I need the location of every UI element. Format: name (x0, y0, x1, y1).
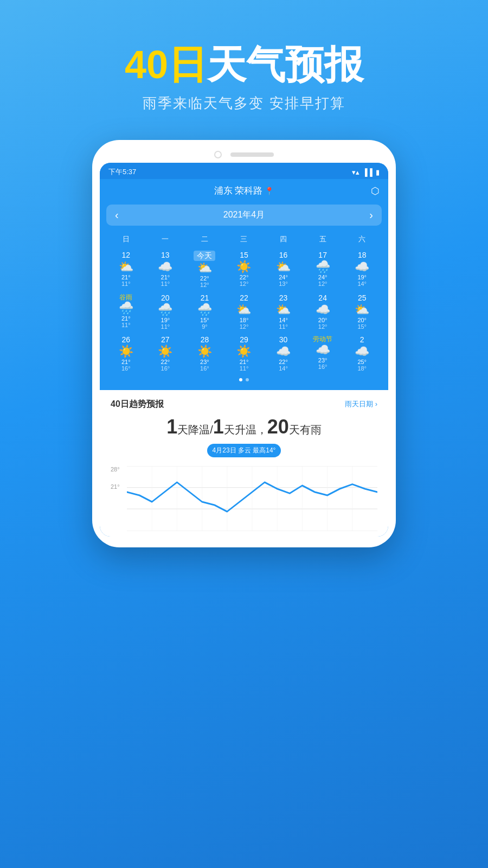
stat-2: 1 (213, 416, 224, 438)
chart-labels: 28° 21° (111, 466, 120, 490)
hero-title-white: 天气预报 (207, 43, 363, 86)
stat-3: 20 (267, 416, 289, 438)
weather-icon: ⛅ (119, 261, 133, 273)
stat-label-3: 天有雨 (289, 424, 322, 436)
cal-day-24[interactable]: 24 ☁️ 20° 12° (303, 291, 343, 332)
cal-day-28[interactable]: 28 ☀️ 23° 16° (185, 333, 224, 374)
day-number: 17 (318, 251, 327, 260)
status-icons: ▾▴ ▐▐ ▮ (352, 168, 380, 176)
cal-day-16[interactable]: 16 ⛅ 24° 13° (264, 248, 303, 290)
weekday-wed: 三 (224, 232, 264, 246)
weekday-row: 日 一 二 三 四 五 六 (106, 232, 382, 246)
weather-icon: ☀️ (119, 346, 133, 358)
cal-row-3: 26 ☀️ 21° 16° 27 ☀️ 22° 16° 28 ☀️ 23 (106, 333, 382, 374)
weekday-mon: 一 (146, 232, 185, 246)
weather-icon: ⛅ (276, 304, 291, 316)
day-number: 劳动节 (313, 335, 332, 343)
day-number: 2 (360, 335, 364, 344)
day-number: 20 (161, 293, 170, 303)
stat-label-1: 天降温/ (177, 424, 213, 436)
cal-day-today[interactable]: 今天 ⛅ 22° 12° (185, 248, 224, 290)
day-number: 26 (121, 335, 130, 344)
cal-day-12[interactable]: 12 ⛅ 21° 11° (106, 248, 146, 290)
chart-label-low: 21° (111, 483, 120, 490)
day-number: 28 (201, 335, 209, 344)
day-number: 27 (161, 335, 170, 344)
cal-day-2[interactable]: 2 ☁️ 25° 18° (342, 333, 382, 374)
battery-icon: ▮ (376, 168, 380, 176)
day-number: 16 (279, 251, 288, 260)
weather-icon: ☁️ (355, 346, 369, 358)
day-number: 30 (279, 335, 288, 344)
cal-day-23[interactable]: 23 ⛅ 14° 11° (264, 291, 303, 332)
cal-day-25[interactable]: 25 ⛅ 20° 15° (342, 291, 382, 332)
prev-month-button[interactable]: ‹ (115, 209, 119, 221)
next-month-button[interactable]: › (369, 209, 373, 221)
cal-day-17[interactable]: 17 🌧️ 24° 12° (303, 248, 343, 290)
weather-icon: 🌧️ (316, 261, 330, 273)
cal-day-guyu[interactable]: 谷雨 🌧️ 21° 11° (106, 291, 146, 332)
cal-day-26[interactable]: 26 ☀️ 21° 16° (106, 333, 146, 374)
phone-pill (230, 152, 274, 157)
status-time: 下午5:37 (108, 167, 136, 177)
cal-day-18[interactable]: 18 ☁️ 19° 14° (342, 248, 382, 290)
weather-icon: ☁️ (158, 261, 172, 273)
phone-wrapper: 下午5:37 ▾▴ ▐▐ ▮ 浦东 荣科路 📍 ⬡ ‹ 2021年4月 › (0, 140, 488, 547)
weather-icon: ☀️ (236, 346, 251, 358)
calendar: 日 一 二 三 四 五 六 12 ⛅ 21° 11° (100, 230, 388, 390)
weather-icon: ☀️ (197, 346, 212, 358)
day-number: 谷雨 (119, 293, 132, 301)
signal-icon: ▐▐ (363, 168, 373, 176)
forecast-header: 40日趋势预报 雨天日期 › (111, 399, 377, 410)
cal-day-13[interactable]: 13 ☁️ 21° 11° (146, 248, 185, 290)
weekday-sat: 六 (342, 232, 382, 246)
weather-icon: ☀️ (236, 261, 251, 273)
rain-days-link[interactable]: 雨天日期 › (345, 399, 377, 409)
cal-day-laodong[interactable]: 劳动节 ☁️ 23° 16° (303, 333, 343, 374)
day-number: 12 (121, 251, 130, 260)
chart-label-high: 28° (111, 466, 120, 473)
weather-icon: ⛅ (276, 261, 291, 273)
cal-day-21[interactable]: 21 🌧️ 15° 9° (185, 291, 224, 332)
weather-icon: 🌧️ (119, 302, 133, 314)
forecast-title: 40日趋势预报 (111, 399, 164, 410)
weather-icon: ⛅ (236, 304, 251, 316)
share-icon[interactable]: ⬡ (371, 185, 380, 197)
location-text: 浦东 荣科路 (214, 184, 263, 197)
cal-day-27[interactable]: 27 ☀️ 22° 16° (146, 333, 185, 374)
cal-day-20[interactable]: 20 🌧️ 19° 11° (146, 291, 185, 332)
weather-icon: ☁️ (316, 344, 330, 356)
phone-circle (214, 151, 222, 158)
day-number: 23 (279, 293, 288, 303)
page-dot-1[interactable] (239, 378, 242, 381)
day-number: 18 (358, 251, 367, 260)
weekday-sun: 日 (106, 232, 146, 246)
cal-day-22[interactable]: 22 ⛅ 18° 12° (224, 291, 264, 332)
page-dot-2[interactable] (246, 378, 249, 381)
app-screen: 下午5:37 ▾▴ ▐▐ ▮ 浦东 荣科路 📍 ⬡ ‹ 2021年4月 › (100, 163, 388, 536)
cal-day-30[interactable]: 30 ☁️ 22° 14° (264, 333, 303, 374)
chart-svg (127, 466, 377, 531)
status-bar: 下午5:37 ▾▴ ▐▐ ▮ (100, 163, 388, 179)
weekday-thu: 四 (264, 232, 303, 246)
bottom-section: 40日趋势预报 雨天日期 › 1天降温/1天升温，20天有雨 4月23日 多云 … (100, 390, 388, 537)
day-number: 21 (201, 293, 209, 303)
page-dots (106, 375, 382, 386)
cal-day-29[interactable]: 29 ☀️ 21° 11° (224, 333, 264, 374)
weather-icon: ⛅ (197, 262, 212, 274)
hero-title: 40日天气预报 (0, 43, 488, 86)
stat-1: 1 (166, 416, 177, 438)
weather-icon: ☁️ (355, 261, 369, 273)
day-number: 25 (358, 293, 367, 303)
weekday-tue: 二 (185, 232, 224, 246)
weather-icon: ☁️ (316, 304, 330, 316)
location-pin-icon: 📍 (265, 187, 274, 195)
chart-area: 28° 21° (111, 466, 377, 531)
day-number: 22 (240, 293, 248, 303)
hero-section: 40日天气预报 雨季来临天气多变 安排早打算 (0, 0, 488, 135)
stats-text: 1天降温/1天升温，20天有雨 (111, 416, 377, 438)
wifi-icon: ▾▴ (352, 168, 359, 176)
weather-icon: 🌧️ (158, 304, 172, 316)
hero-subtitle: 雨季来临天气多变 安排早打算 (0, 94, 488, 113)
cal-day-15[interactable]: 15 ☀️ 22° 12° (224, 248, 264, 290)
